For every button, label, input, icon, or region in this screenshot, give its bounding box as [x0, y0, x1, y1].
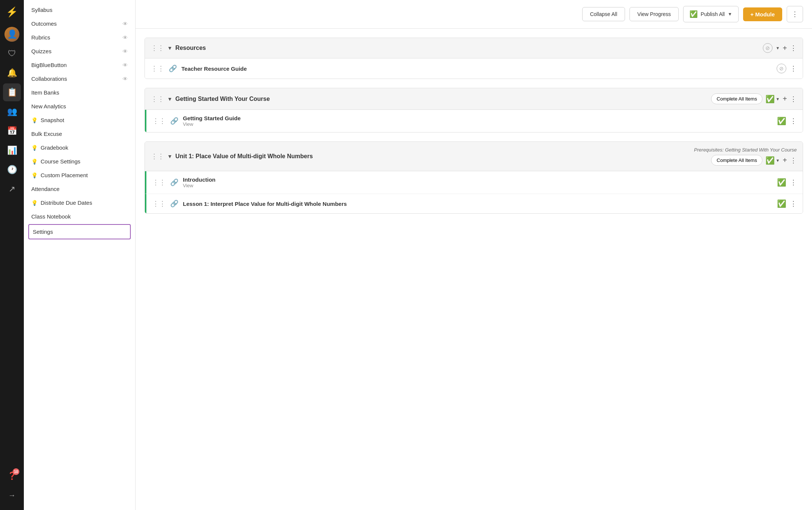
sidebar-item-syllabus[interactable]: Syllabus [24, 3, 135, 17]
help-icon[interactable]: ❓ 10 [3, 467, 21, 485]
sidebar-item-label: Custom Placement [41, 172, 88, 178]
drag-handle-icon[interactable]: ⋮⋮ [152, 117, 166, 125]
item-title[interactable]: Introduction [183, 176, 773, 183]
sidebar-item-course-settings[interactable]: 💡 Course Settings [24, 154, 135, 168]
add-item-icon[interactable]: + [783, 156, 787, 165]
sidebar-item-label: Attendance [31, 186, 60, 192]
view-progress-button[interactable]: View Progress [629, 7, 679, 21]
module-drag-handle-icon[interactable]: ⋮⋮ [151, 44, 164, 52]
sidebar-item-left: 💡 Custom Placement [31, 172, 88, 178]
sidebar-item-left: BigBlueButton [31, 62, 67, 68]
item-unpublished-icon: ⊘ [777, 64, 786, 73]
eye-icon: 👁 [123, 48, 128, 54]
module-drag-handle-icon[interactable]: ⋮⋮ [151, 152, 164, 160]
sidebar-item-custom-placement[interactable]: 💡 Custom Placement [24, 168, 135, 182]
published-check-icon: ✅ [765, 156, 775, 165]
add-item-icon[interactable]: + [783, 95, 787, 103]
notes-icon[interactable]: 📋 [3, 83, 21, 101]
sidebar-item-distribute-due-dates[interactable]: 💡 Distribute Due Dates [24, 196, 135, 210]
module-collapse-icon[interactable]: ▼ [167, 96, 172, 102]
module-options-icon[interactable]: ⋮ [790, 156, 797, 165]
item-options-icon[interactable]: ⋮ [790, 178, 797, 187]
item-options-icon[interactable]: ⋮ [790, 117, 797, 125]
add-module-button[interactable]: + Module [743, 7, 782, 21]
sidebar-item-left: 💡 Gradebook [31, 144, 68, 151]
module-collapse-icon[interactable]: ▼ [167, 45, 172, 51]
module-header-left: ⋮⋮ ▼ Resources [151, 44, 760, 52]
chart-icon[interactable]: 📊 [3, 141, 21, 159]
lightbulb-icon: 💡 [31, 145, 38, 151]
sidebar-item-outcomes[interactable]: Outcomes 👁 [24, 17, 135, 31]
item-title[interactable]: Teacher Resource Guide [181, 66, 772, 72]
item-title[interactable]: Getting Started Guide [183, 115, 773, 121]
module-collapse-icon[interactable]: ▼ [167, 153, 172, 159]
complete-all-button[interactable]: Complete All Items [711, 93, 762, 104]
sidebar-item-new-analytics[interactable]: New Analytics [24, 99, 135, 113]
module-header: ⋮⋮ ▼ Getting Started With Your Course Co… [145, 88, 803, 110]
module-options-icon[interactable]: ⋮ [790, 95, 797, 103]
item-content: Getting Started Guide View [183, 115, 773, 127]
eye-icon: 👁 [123, 21, 128, 27]
sidebar-item-left: Collaborations [31, 76, 67, 82]
publish-chevron-icon: ▼ [775, 46, 780, 50]
main-content: Collapse All View Progress ✅ Publish All… [136, 0, 812, 510]
drag-handle-icon[interactable]: ⋮⋮ [151, 64, 164, 73]
check-dropdown[interactable]: ✅ ▼ [765, 156, 780, 165]
sidebar-item-item-banks[interactable]: Item Banks [24, 86, 135, 99]
sidebar-item-bigbluebutton[interactable]: BigBlueButton 👁 [24, 58, 135, 72]
badge-count: 10 [13, 468, 19, 475]
sidebar-item-settings[interactable]: Settings [28, 224, 131, 239]
sidebar-item-collaborations[interactable]: Collaborations 👁 [24, 72, 135, 86]
publish-all-button[interactable]: ✅ Publish All ▼ [683, 6, 738, 22]
module-section-getting-started: ⋮⋮ ▼ Getting Started With Your Course Co… [145, 88, 803, 133]
sidebar-item-label: BigBlueButton [31, 62, 67, 68]
collapse-rail-icon[interactable]: → [3, 486, 21, 504]
module-header-actions: ⊘ ▼ + ⋮ [763, 43, 797, 53]
publish-chevron-icon: ▼ [728, 12, 732, 17]
check-dropdown[interactable]: ✅ ▼ [765, 95, 780, 103]
add-item-icon[interactable]: + [783, 44, 787, 52]
unpublished-icon: ⊘ [763, 43, 773, 53]
sidebar-item-left: Item Banks [31, 89, 59, 96]
complete-all-button[interactable]: Complete All Items [711, 155, 762, 166]
module-drag-handle-icon[interactable]: ⋮⋮ [151, 95, 164, 103]
module-header: ⋮⋮ ▼ Resources ⊘ ▼ + ⋮ [145, 38, 803, 58]
calendar-icon[interactable]: 📅 [3, 122, 21, 140]
prerequisites-text: Prerequisites: Getting Started With Your… [694, 147, 797, 153]
alert-icon[interactable]: 🔔 [3, 64, 21, 82]
export-icon[interactable]: ↗ [3, 180, 21, 198]
item-subtitle: View [183, 183, 773, 188]
link-icon: 🔗 [170, 178, 178, 187]
module-item: ⋮⋮ 🔗 Getting Started Guide View ✅ ⋮ [145, 110, 803, 132]
drag-handle-icon[interactable]: ⋮⋮ [152, 200, 166, 208]
sidebar-item-label: New Analytics [31, 103, 66, 109]
people-icon[interactable]: 👥 [3, 103, 21, 121]
drag-handle-icon[interactable]: ⋮⋮ [152, 178, 166, 187]
lightbulb-icon: 💡 [31, 159, 38, 165]
collapse-all-button[interactable]: Collapse All [582, 7, 625, 21]
item-options-icon[interactable]: ⋮ [790, 64, 797, 73]
clock-icon[interactable]: 🕐 [3, 161, 21, 179]
modules-list: ⋮⋮ ▼ Resources ⊘ ▼ + ⋮ ⋮⋮ 🔗 Teacher Reso… [136, 29, 812, 223]
sidebar-item-bulk-excuse[interactable]: Bulk Excuse [24, 127, 135, 141]
item-published-icon: ✅ [777, 117, 786, 125]
sidebar-item-gradebook[interactable]: 💡 Gradebook [24, 141, 135, 154]
shield-icon[interactable]: 🛡 [3, 45, 21, 63]
sidebar-item-label: Outcomes [31, 20, 57, 27]
sidebar-item-label: Syllabus [31, 7, 53, 13]
item-title[interactable]: Lesson 1: Interpret Place Value for Mult… [183, 201, 773, 207]
avatar-icon[interactable]: 👤 [3, 25, 21, 43]
module-options-icon[interactable]: ⋮ [790, 44, 797, 52]
sidebar-item-rubrics[interactable]: Rubrics 👁 [24, 31, 135, 44]
item-options-icon[interactable]: ⋮ [790, 200, 797, 208]
sidebar-item-quizzes[interactable]: Quizzes 👁 [24, 44, 135, 58]
sidebar-item-class-notebook[interactable]: Class Notebook [24, 210, 135, 223]
more-options-button[interactable]: ⋮ [787, 6, 803, 22]
sidebar-item-left: Bulk Excuse [31, 131, 62, 137]
sidebar: Syllabus Outcomes 👁 Rubrics 👁 Quizzes 👁 … [24, 0, 136, 510]
link-icon: 🔗 [170, 117, 178, 125]
eye-icon: 👁 [123, 35, 128, 41]
sidebar-item-snapshot[interactable]: 💡 Snapshot [24, 113, 135, 127]
sidebar-item-label: Class Notebook [31, 213, 71, 220]
sidebar-item-attendance[interactable]: Attendance [24, 182, 135, 196]
